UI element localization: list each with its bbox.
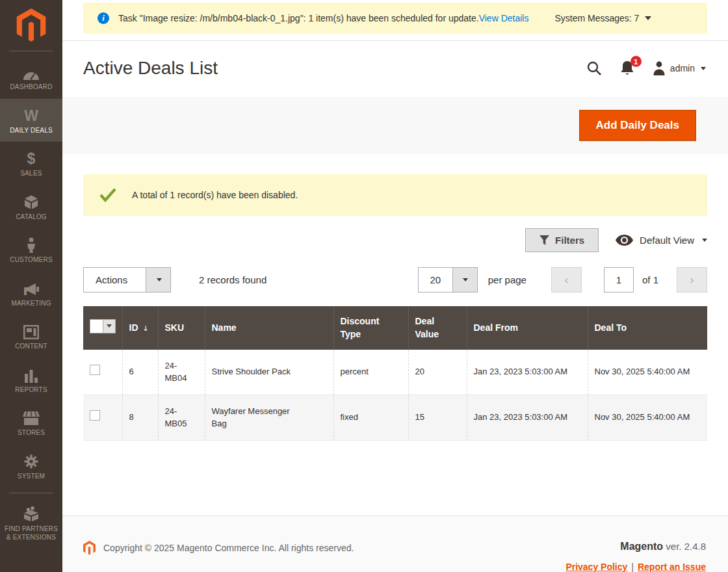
chevron-down-icon	[107, 324, 112, 328]
add-daily-deals-button[interactable]: Add Daily Deals	[579, 110, 697, 141]
magento-footer-logo-icon	[83, 541, 96, 555]
sidebar-item-label: FIND PARTNERS & EXTENSIONS	[2, 525, 60, 541]
grid-actions-toolbar: Actions 2 records found 20 per page ‹ of…	[83, 267, 707, 292]
column-header-deal-to[interactable]: Deal To	[588, 306, 707, 350]
sidebar-item-label: REPORTS	[15, 386, 47, 395]
eye-icon	[616, 235, 633, 246]
task-message-text: Task "Image resize: /m/b/mb04-black-0_1.…	[118, 13, 479, 23]
sidebar-item-customers[interactable]: CUSTOMERS	[0, 228, 62, 272]
dollar-icon: $	[27, 150, 36, 166]
chevron-down-icon	[701, 67, 706, 70]
actions-select[interactable]: Actions	[83, 267, 171, 292]
sidebar-item-find-partners[interactable]: FIND PARTNERS & EXTENSIONS	[0, 497, 62, 549]
page-actions-bar: Add Daily Deals	[62, 97, 728, 154]
notification-count-badge: 1	[630, 56, 642, 67]
system-messages-toggle[interactable]: System Messages: 7	[539, 13, 651, 23]
sidebar-item-label: DASHBOARD	[10, 83, 52, 92]
sidebar-item-daily-deals[interactable]: W DAILY DEALS	[0, 99, 62, 142]
cell-deal-value: 20	[408, 350, 467, 395]
cell-sku: 24-MB05	[158, 395, 205, 440]
sidebar: DASHBOARD W DAILY DEALS $ SALES CATALOG …	[0, 0, 62, 572]
sidebar-item-label: MARKETING	[11, 300, 51, 308]
per-page-value: 20	[419, 268, 452, 292]
previous-page-button[interactable]: ‹	[551, 267, 582, 292]
search-button[interactable]	[586, 60, 602, 76]
next-page-button[interactable]: ›	[677, 267, 707, 292]
footer-version-block: Magento ver. 2.4.8 Privacy Policy|Report…	[566, 541, 706, 572]
page-number-input[interactable]	[604, 267, 634, 292]
check-icon	[99, 188, 116, 202]
row-checkbox[interactable]	[90, 410, 100, 421]
per-page-select[interactable]: 20	[418, 267, 478, 292]
header-actions: 1 admin	[586, 60, 706, 76]
cell-deal-from: Jan 23, 2023 5:03:00 AM	[467, 350, 588, 395]
chevron-down-icon	[157, 278, 162, 281]
pagination-controls: 20 per page ‹ of 1 ›	[418, 267, 707, 292]
cell-deal-to: Nov 30, 2025 5:40:00 AM	[588, 395, 707, 440]
per-page-label: per page	[488, 274, 526, 285]
table-row: 8 24-MB05 Wayfarer Messenger Bag fixed 1…	[83, 395, 707, 440]
success-message-text: A total of 1 record(s) have been disable…	[132, 190, 298, 200]
actions-select-caret[interactable]	[146, 268, 170, 292]
select-all-control[interactable]	[90, 319, 116, 333]
sidebar-item-label: CONTENT	[15, 343, 47, 351]
sidebar-item-label: CUSTOMERS	[10, 256, 53, 265]
sidebar-item-dashboard[interactable]: DASHBOARD	[0, 55, 62, 99]
column-header-sku[interactable]: SKU	[158, 306, 205, 350]
row-checkbox[interactable]	[90, 365, 100, 375]
footer-copyright-block: Copyright © 2025 Magento Commerce Inc. A…	[83, 541, 354, 555]
column-header-deal-value[interactable]: Deal Value	[408, 306, 467, 350]
report-issue-link[interactable]: Report an Issue	[638, 562, 706, 572]
search-icon	[586, 60, 602, 76]
copyright-text: Copyright © 2025 Magento Commerce Inc. A…	[103, 543, 354, 553]
notifications-button[interactable]: 1	[620, 60, 634, 76]
sidebar-item-system[interactable]: SYSTEM	[0, 445, 62, 488]
sidebar-item-label: CATALOG	[16, 213, 47, 222]
sidebar-item-reports[interactable]: REPORTS	[0, 358, 62, 402]
sidebar-item-catalog[interactable]: CATALOG	[0, 185, 62, 229]
gear-icon	[23, 452, 39, 469]
admin-menu[interactable]: admin	[653, 61, 706, 75]
cell-discount-type: percent	[333, 350, 408, 395]
box-icon	[23, 193, 39, 210]
page-header: Active Deals List 1 admin	[62, 41, 728, 97]
sort-descending-icon: ↓	[143, 324, 149, 333]
cell-name: Strive Shoulder Pack	[205, 350, 333, 395]
filters-button[interactable]: Filters	[525, 228, 599, 252]
per-page-caret[interactable]	[452, 268, 477, 292]
system-message-bar: i Task "Image resize: /m/b/mb04-black-0_…	[83, 3, 707, 34]
column-header-discount-type[interactable]: Discount Type	[333, 306, 408, 350]
sidebar-item-label: STORES	[18, 429, 45, 437]
column-header-id[interactable]: ID↓	[122, 306, 158, 350]
sidebar-item-marketing[interactable]: MARKETING	[0, 272, 62, 315]
column-header-name[interactable]: Name	[205, 306, 333, 350]
chevron-down-icon	[702, 239, 707, 242]
success-message: A total of 1 record(s) have been disable…	[83, 174, 707, 216]
sidebar-item-sales[interactable]: $ SALES	[0, 142, 62, 185]
link-separator: |	[631, 562, 634, 572]
sidebar-divider	[9, 51, 53, 51]
brand-name: Magento	[620, 541, 663, 552]
storefront-icon	[23, 409, 40, 426]
grid-header-row: ID↓ SKU Name Discount Type Deal Value De…	[83, 306, 707, 350]
layout-icon	[23, 322, 39, 339]
select-all-caret[interactable]	[103, 319, 116, 333]
view-details-link[interactable]: View Details	[479, 13, 529, 23]
sidebar-item-label: SALES	[20, 170, 42, 178]
select-all-checkbox[interactable]	[90, 319, 103, 333]
sidebar-item-stores[interactable]: STORES	[0, 401, 62, 445]
privacy-policy-link[interactable]: Privacy Policy	[566, 562, 627, 572]
footer: Copyright © 2025 Magento Commerce Inc. A…	[62, 515, 728, 572]
default-view-control[interactable]: Default View	[616, 235, 707, 246]
sidebar-item-content[interactable]: CONTENT	[0, 315, 62, 358]
dashboard-gauge-icon	[23, 63, 40, 80]
megaphone-icon	[23, 280, 40, 296]
cell-sku: 24-MB04	[158, 350, 205, 395]
chevron-down-icon	[645, 16, 651, 20]
records-found-text: 2 records found	[199, 274, 266, 285]
select-all-header	[83, 306, 122, 350]
column-header-deal-from[interactable]: Deal From	[467, 306, 588, 350]
admin-username: admin	[670, 63, 695, 73]
extensions-icon	[23, 505, 40, 522]
magento-logo[interactable]	[0, 0, 62, 51]
